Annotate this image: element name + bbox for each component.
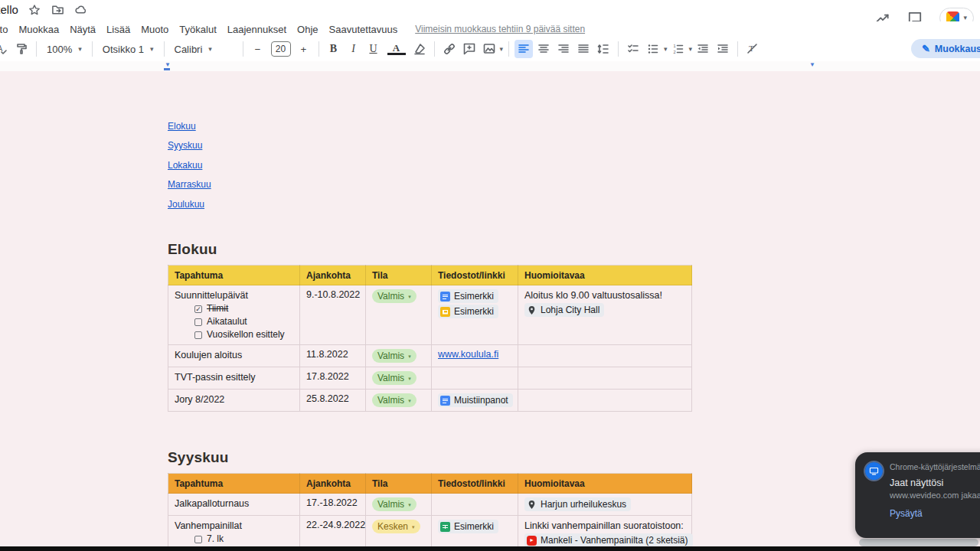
bold-button[interactable]: B: [325, 40, 343, 58]
stop-sharing-button[interactable]: Pysäytä: [890, 508, 923, 519]
insert-image-icon[interactable]: [480, 40, 498, 58]
notes-cell: [518, 367, 692, 390]
formatting-toolbar: A 100%▾ Otsikko 1▾ Calibri▾ − 20 + B I U…: [0, 37, 980, 61]
sheets-icon: [440, 522, 450, 532]
divider: [243, 41, 243, 57]
spellcheck-icon[interactable]: A: [0, 40, 11, 58]
add-comment-icon[interactable]: [460, 40, 479, 58]
note-text: Linkki vanhempainillan suoratoistoon:: [524, 520, 684, 532]
ruler[interactable]: ▼ ▼: [0, 61, 980, 71]
line-spacing-icon[interactable]: [594, 40, 612, 58]
event-name: Suunnittelupäivät: [175, 289, 293, 302]
location-icon: [527, 500, 537, 510]
chip-label: Esimerkki: [454, 290, 494, 302]
chip-label: Muistiinpanot: [454, 394, 508, 406]
files-cell: www.koulula.fi: [432, 345, 518, 367]
status-dropdown-chip[interactable]: Valmis▾: [372, 497, 416, 511]
status-dropdown-chip[interactable]: Valmis▾: [372, 289, 416, 303]
align-justify-icon[interactable]: [574, 40, 593, 58]
text-color-button[interactable]: A: [387, 43, 406, 55]
event-name: Jalkapalloturnaus: [175, 497, 293, 510]
event-cell: TVT-passin esittely: [168, 367, 300, 390]
paint-format-icon[interactable]: [12, 40, 31, 58]
clear-formatting-icon[interactable]: T: [743, 40, 762, 58]
divider: [164, 41, 165, 57]
location-chip[interactable]: Lohja City Hall: [524, 303, 604, 317]
menu-näytä[interactable]: Näytä: [64, 24, 101, 35]
italic-button[interactable]: I: [345, 40, 363, 58]
youtube-chip[interactable]: ▸Mankeli - Vanhempainilta (2 sketsiä): [524, 533, 693, 547]
align-left-icon[interactable]: [514, 40, 533, 58]
font-size-input[interactable]: 20: [271, 41, 291, 57]
insert-image-caret-icon[interactable]: ▾: [500, 46, 504, 53]
column-header: Tapahtuma: [168, 266, 300, 285]
document-canvas[interactable]: ElokuuSyyskuuLokakuuMarraskuuJoulukuu El…: [0, 71, 980, 551]
checkbox-icon[interactable]: ✓: [194, 305, 202, 313]
align-right-icon[interactable]: [554, 40, 573, 58]
checkbox-icon[interactable]: [194, 536, 202, 543]
divider: [318, 41, 319, 57]
document-title[interactable]: Vuosikello: [0, 3, 18, 16]
indent-marker-left-icon[interactable]: ▼: [165, 62, 171, 68]
slides-chip[interactable]: Esimerkki: [438, 305, 498, 318]
highlight-color-icon[interactable]: [410, 40, 429, 58]
checkbox-icon[interactable]: [194, 331, 202, 339]
increase-font-size-button[interactable]: +: [295, 40, 313, 58]
menu-ohje[interactable]: Ohje: [292, 24, 323, 35]
paragraph-style-select[interactable]: Otsikko 1▾: [98, 40, 158, 58]
toc-link-syyskuu[interactable]: Syyskuu: [168, 136, 211, 155]
menu-laajennukset[interactable]: Laajennukset: [222, 24, 292, 35]
increase-indent-icon[interactable]: [714, 40, 732, 58]
toc-link-lokakuu[interactable]: Lokakuu: [168, 156, 211, 175]
sheets-chip[interactable]: Esimerkki: [438, 520, 498, 533]
cloud-status-icon[interactable]: [74, 3, 87, 16]
divider: [92, 41, 93, 57]
notes-cell: [518, 390, 692, 412]
align-center-icon[interactable]: [534, 40, 553, 58]
menu-työkalut[interactable]: Työkalut: [174, 24, 221, 35]
editing-mode-button[interactable]: ✎ Muokkaus: [911, 39, 980, 58]
toc-link-marraskuu[interactable]: Marraskuu: [168, 175, 211, 194]
notes-cell: [518, 345, 692, 367]
event-name: Koulujen aloitus: [175, 349, 293, 361]
indent-marker-right-icon[interactable]: ▼: [809, 62, 815, 68]
toc-link-joulukuu[interactable]: Joulukuu: [168, 195, 211, 214]
decrease-font-size-button[interactable]: −: [249, 40, 267, 58]
status-label: Valmis: [377, 395, 404, 406]
checklist-icon[interactable]: [624, 40, 642, 58]
decrease-indent-icon[interactable]: [694, 40, 712, 58]
bulleted-list-caret-icon[interactable]: ▾: [664, 46, 668, 53]
docs-chip[interactable]: Muistiinpanot: [438, 393, 513, 407]
underline-button[interactable]: U: [364, 40, 383, 58]
menu-saavutettavuus[interactable]: Saavutettavuus: [324, 24, 403, 35]
numbered-list-icon[interactable]: 12: [669, 40, 688, 58]
menu-lisää[interactable]: Lisää: [101, 24, 136, 35]
status-dropdown-chip[interactable]: Valmis▾: [372, 393, 416, 407]
status-dropdown-chip[interactable]: Valmis▾: [372, 371, 416, 385]
notification-stack-peek[interactable]: [859, 539, 978, 546]
move-folder-icon[interactable]: [51, 3, 64, 16]
menu-muoto[interactable]: Muoto: [136, 24, 174, 35]
files-cell: [432, 494, 518, 516]
file-link[interactable]: www.koulula.fi: [438, 349, 498, 360]
zoom-select[interactable]: 100%▾: [42, 40, 87, 58]
checkbox-icon[interactable]: [194, 318, 202, 326]
status-dropdown-chip[interactable]: Kesken▾: [372, 520, 420, 533]
table-row: Jory 8/202225.8.2022Valmis▾Muistiinpanot: [168, 390, 692, 412]
divider: [618, 41, 619, 57]
location-chip[interactable]: Harjun urheilukeskus: [524, 497, 631, 511]
font-select[interactable]: Calibri▾: [170, 40, 237, 58]
column-header: Tila: [366, 266, 432, 285]
menu-muokkaa[interactable]: Muokkaa: [13, 24, 64, 35]
bulleted-list-icon[interactable]: [644, 40, 662, 58]
status-dropdown-chip[interactable]: Valmis▾: [372, 349, 416, 363]
menu-tiedosto[interactable]: Tiedosto: [0, 24, 13, 35]
toc-link-elokuu[interactable]: Elokuu: [168, 117, 211, 136]
indent-bar-left[interactable]: [164, 68, 170, 70]
insert-link-icon[interactable]: [440, 40, 459, 58]
numbered-list-caret-icon[interactable]: ▾: [689, 46, 693, 53]
docs-chip[interactable]: Esimerkki: [438, 289, 498, 303]
month-sections: ElokuuTapahtumaAjankohtaTilaTiedostot/li…: [168, 241, 691, 551]
last-edit-link[interactable]: Viimeisin muokkaus tehtiin 9 päivää sitt…: [415, 24, 585, 34]
star-icon[interactable]: [28, 3, 41, 16]
